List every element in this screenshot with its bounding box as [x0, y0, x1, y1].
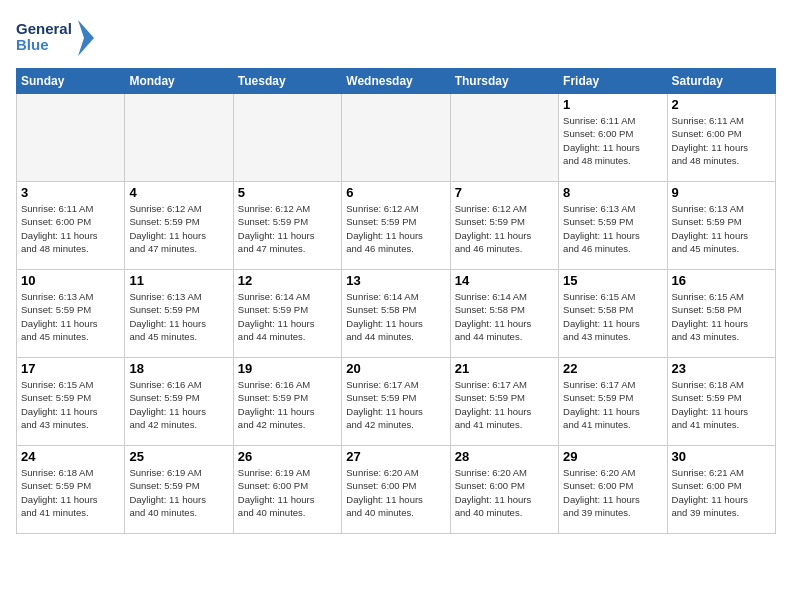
empty-cell: [342, 94, 450, 182]
day-info: Sunrise: 6:14 AM Sunset: 5:58 PM Dayligh…: [455, 290, 554, 343]
day-info: Sunrise: 6:14 AM Sunset: 5:58 PM Dayligh…: [346, 290, 445, 343]
day-number: 30: [672, 449, 771, 464]
day-info: Sunrise: 6:15 AM Sunset: 5:58 PM Dayligh…: [672, 290, 771, 343]
day-number: 23: [672, 361, 771, 376]
day-cell-22: 22Sunrise: 6:17 AM Sunset: 5:59 PM Dayli…: [559, 358, 667, 446]
day-number: 7: [455, 185, 554, 200]
day-cell-19: 19Sunrise: 6:16 AM Sunset: 5:59 PM Dayli…: [233, 358, 341, 446]
day-info: Sunrise: 6:19 AM Sunset: 5:59 PM Dayligh…: [129, 466, 228, 519]
day-cell-23: 23Sunrise: 6:18 AM Sunset: 5:59 PM Dayli…: [667, 358, 775, 446]
day-cell-4: 4Sunrise: 6:12 AM Sunset: 5:59 PM Daylig…: [125, 182, 233, 270]
day-number: 22: [563, 361, 662, 376]
day-info: Sunrise: 6:20 AM Sunset: 6:00 PM Dayligh…: [455, 466, 554, 519]
day-cell-8: 8Sunrise: 6:13 AM Sunset: 5:59 PM Daylig…: [559, 182, 667, 270]
day-number: 9: [672, 185, 771, 200]
day-info: Sunrise: 6:13 AM Sunset: 5:59 PM Dayligh…: [672, 202, 771, 255]
day-number: 25: [129, 449, 228, 464]
day-cell-1: 1Sunrise: 6:11 AM Sunset: 6:00 PM Daylig…: [559, 94, 667, 182]
svg-text:General: General: [16, 20, 72, 37]
day-info: Sunrise: 6:11 AM Sunset: 6:00 PM Dayligh…: [21, 202, 120, 255]
day-info: Sunrise: 6:16 AM Sunset: 5:59 PM Dayligh…: [129, 378, 228, 431]
week-row-1: 1Sunrise: 6:11 AM Sunset: 6:00 PM Daylig…: [17, 94, 776, 182]
day-number: 19: [238, 361, 337, 376]
logo-svg: GeneralBlue: [16, 16, 96, 60]
day-number: 16: [672, 273, 771, 288]
empty-cell: [17, 94, 125, 182]
day-cell-27: 27Sunrise: 6:20 AM Sunset: 6:00 PM Dayli…: [342, 446, 450, 534]
weekday-header-row: SundayMondayTuesdayWednesdayThursdayFrid…: [17, 69, 776, 94]
day-info: Sunrise: 6:12 AM Sunset: 5:59 PM Dayligh…: [238, 202, 337, 255]
day-info: Sunrise: 6:13 AM Sunset: 5:59 PM Dayligh…: [563, 202, 662, 255]
day-cell-21: 21Sunrise: 6:17 AM Sunset: 5:59 PM Dayli…: [450, 358, 558, 446]
day-cell-12: 12Sunrise: 6:14 AM Sunset: 5:59 PM Dayli…: [233, 270, 341, 358]
day-number: 3: [21, 185, 120, 200]
day-cell-6: 6Sunrise: 6:12 AM Sunset: 5:59 PM Daylig…: [342, 182, 450, 270]
day-number: 12: [238, 273, 337, 288]
day-info: Sunrise: 6:20 AM Sunset: 6:00 PM Dayligh…: [563, 466, 662, 519]
day-number: 2: [672, 97, 771, 112]
day-number: 4: [129, 185, 228, 200]
weekday-header-sunday: Sunday: [17, 69, 125, 94]
empty-cell: [233, 94, 341, 182]
week-row-3: 10Sunrise: 6:13 AM Sunset: 5:59 PM Dayli…: [17, 270, 776, 358]
day-cell-15: 15Sunrise: 6:15 AM Sunset: 5:58 PM Dayli…: [559, 270, 667, 358]
logo: GeneralBlue: [16, 16, 96, 60]
day-cell-9: 9Sunrise: 6:13 AM Sunset: 5:59 PM Daylig…: [667, 182, 775, 270]
day-number: 8: [563, 185, 662, 200]
week-row-2: 3Sunrise: 6:11 AM Sunset: 6:00 PM Daylig…: [17, 182, 776, 270]
day-number: 21: [455, 361, 554, 376]
day-number: 13: [346, 273, 445, 288]
day-cell-7: 7Sunrise: 6:12 AM Sunset: 5:59 PM Daylig…: [450, 182, 558, 270]
day-number: 28: [455, 449, 554, 464]
day-number: 29: [563, 449, 662, 464]
day-cell-28: 28Sunrise: 6:20 AM Sunset: 6:00 PM Dayli…: [450, 446, 558, 534]
day-number: 15: [563, 273, 662, 288]
day-cell-17: 17Sunrise: 6:15 AM Sunset: 5:59 PM Dayli…: [17, 358, 125, 446]
day-info: Sunrise: 6:14 AM Sunset: 5:59 PM Dayligh…: [238, 290, 337, 343]
day-number: 24: [21, 449, 120, 464]
page-header: GeneralBlue: [16, 16, 776, 60]
calendar-table: SundayMondayTuesdayWednesdayThursdayFrid…: [16, 68, 776, 534]
week-row-5: 24Sunrise: 6:18 AM Sunset: 5:59 PM Dayli…: [17, 446, 776, 534]
day-cell-26: 26Sunrise: 6:19 AM Sunset: 6:00 PM Dayli…: [233, 446, 341, 534]
empty-cell: [450, 94, 558, 182]
day-info: Sunrise: 6:13 AM Sunset: 5:59 PM Dayligh…: [129, 290, 228, 343]
weekday-header-thursday: Thursday: [450, 69, 558, 94]
day-number: 6: [346, 185, 445, 200]
day-info: Sunrise: 6:19 AM Sunset: 6:00 PM Dayligh…: [238, 466, 337, 519]
weekday-header-friday: Friday: [559, 69, 667, 94]
day-info: Sunrise: 6:15 AM Sunset: 5:58 PM Dayligh…: [563, 290, 662, 343]
day-info: Sunrise: 6:18 AM Sunset: 5:59 PM Dayligh…: [672, 378, 771, 431]
day-number: 26: [238, 449, 337, 464]
day-info: Sunrise: 6:15 AM Sunset: 5:59 PM Dayligh…: [21, 378, 120, 431]
day-cell-10: 10Sunrise: 6:13 AM Sunset: 5:59 PM Dayli…: [17, 270, 125, 358]
day-info: Sunrise: 6:21 AM Sunset: 6:00 PM Dayligh…: [672, 466, 771, 519]
weekday-header-tuesday: Tuesday: [233, 69, 341, 94]
day-info: Sunrise: 6:11 AM Sunset: 6:00 PM Dayligh…: [672, 114, 771, 167]
day-info: Sunrise: 6:20 AM Sunset: 6:00 PM Dayligh…: [346, 466, 445, 519]
day-info: Sunrise: 6:11 AM Sunset: 6:00 PM Dayligh…: [563, 114, 662, 167]
day-cell-13: 13Sunrise: 6:14 AM Sunset: 5:58 PM Dayli…: [342, 270, 450, 358]
day-info: Sunrise: 6:12 AM Sunset: 5:59 PM Dayligh…: [455, 202, 554, 255]
day-info: Sunrise: 6:16 AM Sunset: 5:59 PM Dayligh…: [238, 378, 337, 431]
day-info: Sunrise: 6:17 AM Sunset: 5:59 PM Dayligh…: [346, 378, 445, 431]
svg-text:Blue: Blue: [16, 36, 49, 53]
svg-marker-2: [78, 20, 94, 56]
day-info: Sunrise: 6:18 AM Sunset: 5:59 PM Dayligh…: [21, 466, 120, 519]
day-info: Sunrise: 6:17 AM Sunset: 5:59 PM Dayligh…: [563, 378, 662, 431]
day-info: Sunrise: 6:17 AM Sunset: 5:59 PM Dayligh…: [455, 378, 554, 431]
day-number: 14: [455, 273, 554, 288]
day-cell-20: 20Sunrise: 6:17 AM Sunset: 5:59 PM Dayli…: [342, 358, 450, 446]
day-info: Sunrise: 6:13 AM Sunset: 5:59 PM Dayligh…: [21, 290, 120, 343]
day-cell-16: 16Sunrise: 6:15 AM Sunset: 5:58 PM Dayli…: [667, 270, 775, 358]
day-cell-3: 3Sunrise: 6:11 AM Sunset: 6:00 PM Daylig…: [17, 182, 125, 270]
day-cell-5: 5Sunrise: 6:12 AM Sunset: 5:59 PM Daylig…: [233, 182, 341, 270]
day-number: 18: [129, 361, 228, 376]
day-cell-18: 18Sunrise: 6:16 AM Sunset: 5:59 PM Dayli…: [125, 358, 233, 446]
day-number: 20: [346, 361, 445, 376]
day-number: 5: [238, 185, 337, 200]
day-cell-14: 14Sunrise: 6:14 AM Sunset: 5:58 PM Dayli…: [450, 270, 558, 358]
week-row-4: 17Sunrise: 6:15 AM Sunset: 5:59 PM Dayli…: [17, 358, 776, 446]
day-number: 10: [21, 273, 120, 288]
weekday-header-monday: Monday: [125, 69, 233, 94]
